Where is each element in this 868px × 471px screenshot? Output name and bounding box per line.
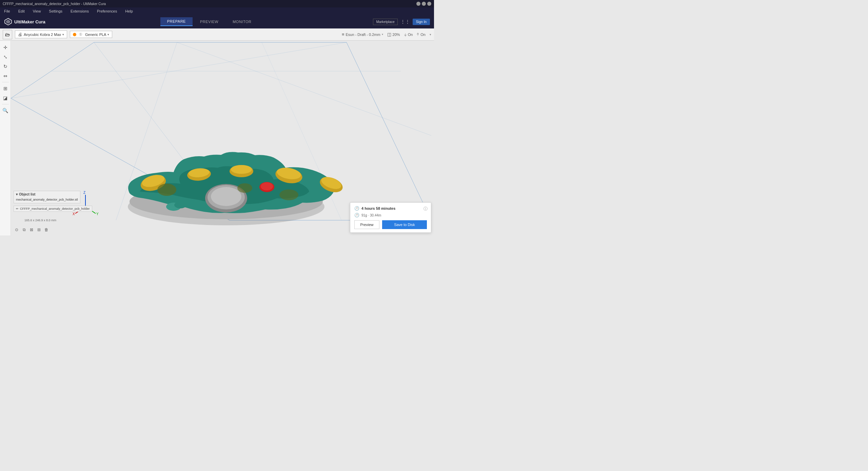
weight-row: 🕐 91g · 30.44m xyxy=(354,213,427,218)
header-right: Marketplace ⋮⋮ Sign In xyxy=(373,19,430,25)
menu-help[interactable]: Help xyxy=(124,8,134,14)
arrange-icon[interactable]: ⊠ xyxy=(28,227,35,233)
infill-icon: ◫ xyxy=(387,32,391,37)
per-model-tool[interactable]: ⊞ xyxy=(1,84,9,93)
search-tool[interactable]: 🔍 xyxy=(1,106,9,115)
menu-bar: File Edit View Settings Extensions Prefe… xyxy=(0,7,434,15)
preview-button[interactable]: Preview xyxy=(354,220,379,229)
support-value: On xyxy=(408,33,413,37)
printer-bar: 🗁 🖨 Anycubic Kobra 2 Max ▾ ① Generic PLA… xyxy=(0,28,434,41)
duplicate-icon[interactable]: ⧉ xyxy=(21,227,27,233)
svg-line-8 xyxy=(11,42,347,98)
maximize-button[interactable] xyxy=(422,2,426,6)
object-view-icon[interactable]: ⊙ xyxy=(14,227,20,233)
filament-select[interactable]: ① Generic PLA ▾ xyxy=(70,31,112,38)
profile-setting[interactable]: ≡ Esun - Draft - 0.2mm ▾ xyxy=(342,32,383,37)
object-list-header: ▾ Object list xyxy=(16,192,78,196)
print-actions: Preview Save to Disk xyxy=(354,220,427,229)
infill-setting[interactable]: ◫ 20% xyxy=(387,32,400,37)
main-content: ✛ ⤡ ↻ ⇔ ⊞ ◪ 🔍 xyxy=(0,41,434,236)
print-time: 4 hours 58 minutes xyxy=(361,206,395,210)
olive-patch-right2 xyxy=(279,189,298,200)
collapse-icon[interactable]: ▾ xyxy=(16,192,18,196)
svg-line-9 xyxy=(177,42,431,136)
weight-icon: 🕐 xyxy=(354,213,359,218)
minimize-button[interactable] xyxy=(416,2,420,6)
menu-preferences[interactable]: Preferences xyxy=(96,8,118,14)
save-to-disk-button[interactable]: Save to Disk xyxy=(382,220,427,229)
list-item: mechanical_anomaly_detector_pcb_holder.s… xyxy=(16,198,78,202)
weight-value: 91g · 30.44m xyxy=(361,213,381,217)
clock-icon: 🕐 xyxy=(354,206,359,211)
svg-line-3 xyxy=(347,42,431,220)
menu-view[interactable]: View xyxy=(32,8,42,14)
svg-marker-1 xyxy=(6,20,10,24)
scale-tool[interactable]: ⤡ xyxy=(1,53,9,61)
svg-text:Z: Z xyxy=(83,191,85,194)
svg-text:X: X xyxy=(73,212,75,216)
tab-prepare[interactable]: PREPARE xyxy=(160,17,193,26)
red-dot-inner xyxy=(261,182,273,190)
printer-icon: 🖨 xyxy=(18,32,22,37)
logo: UltiMaker Cura xyxy=(4,18,45,26)
adhesion-icon: ⏚ xyxy=(417,32,419,37)
infill-value: 20% xyxy=(393,33,400,37)
dimensions-value: 165.6 x 246.9 x 8.0 mm xyxy=(24,219,56,222)
grid-icon[interactable]: ⋮⋮ xyxy=(400,19,410,24)
time-row: 🕐 4 hours 58 minutes xyxy=(354,206,427,211)
close-button[interactable] xyxy=(427,2,431,6)
viewport[interactable]: X Y Z 165.6 x 246.9 x 8.0 mm ▾ Object li… xyxy=(11,41,434,236)
support-icon: ⏚ xyxy=(404,32,407,37)
menu-extensions[interactable]: Extensions xyxy=(69,8,90,14)
nav-tabs: PREPARE PREVIEW MONITOR xyxy=(50,17,369,26)
move-tool[interactable]: ✛ xyxy=(1,43,9,52)
center-circle-highlight xyxy=(211,187,241,206)
filament-dropdown-arrow: ▾ xyxy=(107,33,109,36)
title-bar: CFFFP_mechanical_anomaly_detector_pcb_ho… xyxy=(0,0,434,7)
side-bump-left-dark xyxy=(174,202,186,208)
rotate-tool[interactable]: ↻ xyxy=(1,62,9,70)
profile-arrow: ▾ xyxy=(382,33,383,36)
filament-name: Generic PLA xyxy=(85,33,106,37)
object-list-panel: ▾ Object list mechanical_anomaly_detecto… xyxy=(14,191,80,203)
dimensions-text: 165.6 x 246.9 x 8.0 mm xyxy=(24,219,56,222)
bottom-icons: ⊙ ⧉ ⊠ ⊞ 🗑 xyxy=(14,227,50,233)
adhesion-setting[interactable]: ⏚ On xyxy=(417,32,426,37)
svg-line-4 xyxy=(11,42,94,98)
layers-icon: ≡ xyxy=(342,32,344,37)
window-controls xyxy=(416,2,431,6)
marketplace-button[interactable]: Marketplace xyxy=(373,19,397,25)
tool-divider-1 xyxy=(2,82,9,82)
printer-select[interactable]: 🖨 Anycubic Kobra 2 Max ▾ xyxy=(15,30,67,38)
tab-preview[interactable]: PREVIEW xyxy=(193,17,225,26)
tab-monitor[interactable]: MONITOR xyxy=(226,17,258,26)
filament-icon xyxy=(73,33,76,36)
signin-button[interactable]: Sign In xyxy=(413,19,430,25)
settings-caret[interactable]: ▾ xyxy=(430,33,431,36)
header: UltiMaker Cura PREPARE PREVIEW MONITOR M… xyxy=(0,15,434,28)
menu-file[interactable]: File xyxy=(3,8,12,14)
open-folder-button[interactable]: 🗁 xyxy=(3,30,12,39)
app-name: UltiMaker Cura xyxy=(14,19,45,24)
left-toolbar: ✛ ⤡ ↻ ⇔ ⊞ ◪ 🔍 xyxy=(0,41,11,236)
info-icon[interactable]: ⓘ xyxy=(423,206,428,212)
delete-icon[interactable]: 🗑 xyxy=(43,227,50,233)
mirror-tool[interactable]: ⇔ xyxy=(1,72,9,80)
olive-patch-right xyxy=(237,183,252,193)
support-tool[interactable]: ◪ xyxy=(1,94,9,102)
edit-icon: ✏ xyxy=(16,207,19,210)
print-settings: ≡ Esun - Draft - 0.2mm ▾ ◫ 20% ⏚ On ⏚ On… xyxy=(342,32,431,37)
object-edit-label: ✏ CFFFP_mechanical_anomaly_detector_pcb_… xyxy=(14,206,92,212)
menu-settings[interactable]: Settings xyxy=(47,8,64,14)
menu-edit[interactable]: Edit xyxy=(17,8,26,14)
profile-value: Esun - Draft - 0.2mm xyxy=(346,33,380,37)
printer-name: Anycubic Kobra 2 Max xyxy=(24,33,61,37)
window-title: CFFFP_mechanical_anomaly_detector_pcb_ho… xyxy=(3,2,416,6)
tool-divider-2 xyxy=(2,104,9,104)
print-info-panel: ⓘ 🕐 4 hours 58 minutes 🕐 91g · 30.44m Pr… xyxy=(350,202,431,233)
align-icon[interactable]: ⊞ xyxy=(36,227,42,233)
printer-dropdown-arrow: ▾ xyxy=(62,33,64,36)
gold-bump-center-top xyxy=(231,165,252,174)
svg-text:Y: Y xyxy=(96,212,99,216)
support-setting[interactable]: ⏚ On xyxy=(404,32,413,37)
